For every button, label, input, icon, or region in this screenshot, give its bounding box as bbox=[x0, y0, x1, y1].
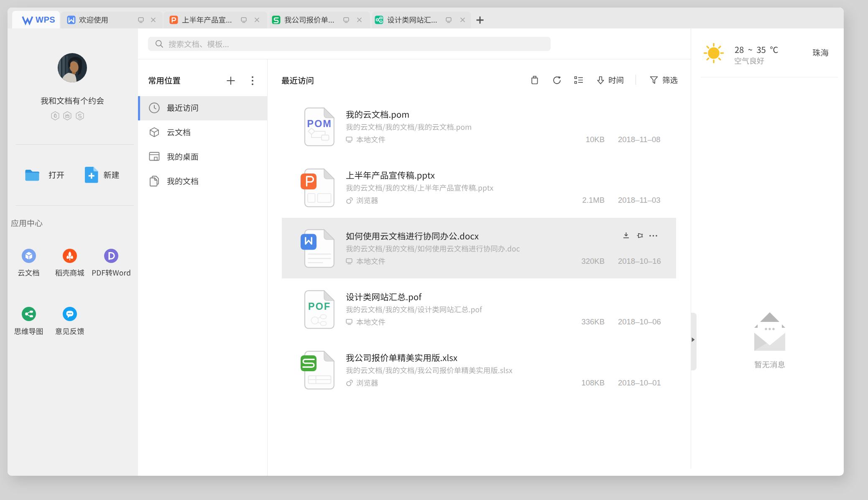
svg-text:POF: POF bbox=[308, 301, 330, 312]
svg-text:POM: POM bbox=[307, 118, 332, 129]
